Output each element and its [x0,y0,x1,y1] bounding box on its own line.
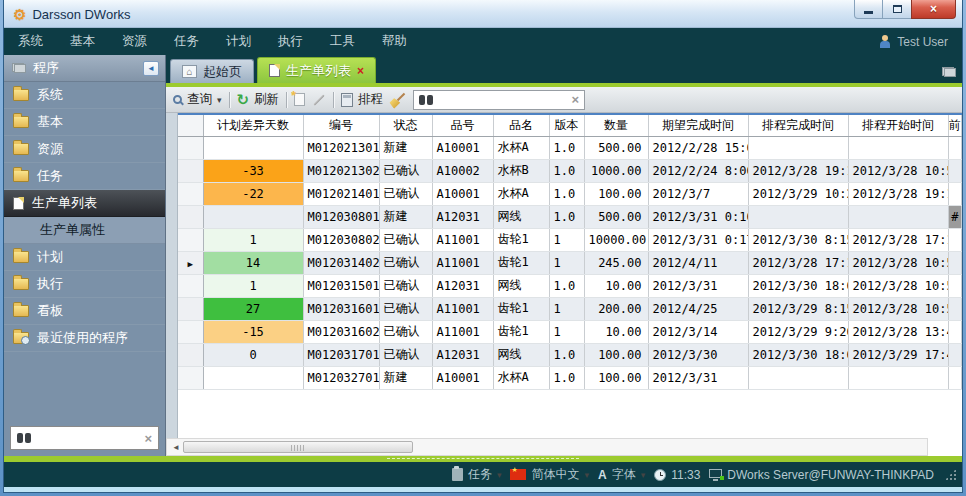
cell-order_no[interactable]: M012030802 [303,228,379,251]
table-row[interactable]: 1M012031501已确认A12031网线1.010.002012/3/312… [178,274,962,297]
scrollbar-thumb[interactable] [183,441,413,453]
cell-due[interactable]: 2012/4/11 [648,251,748,274]
cell-version[interactable]: 1.0 [549,366,584,389]
cell-status[interactable]: 已确认 [379,297,432,320]
tab-production-order-list[interactable]: 生产单列表 × [257,57,376,83]
table-row[interactable]: 1M012030802已确认A11001齿轮1110000.002012/3/3… [178,228,962,251]
cell-status[interactable]: 已确认 [379,182,432,205]
row-selector[interactable] [178,343,203,366]
cell-part_no[interactable]: A10001 [432,366,493,389]
cell-finish[interactable]: 2012/3/28 17:13 [748,251,848,274]
cell-order_no[interactable]: M012031602 [303,320,379,343]
row-selector[interactable] [178,159,203,182]
cell-order_no[interactable]: M012032701 [303,366,379,389]
table-row[interactable]: 0M012031701已确认A12031网线1.0100.002012/3/30… [178,343,962,366]
cell-part_name[interactable]: 水杯A [493,136,549,159]
clean-button[interactable] [390,92,406,107]
sidebar-collapse-button[interactable]: ◄ [143,61,159,76]
cell-diff[interactable]: -22 [203,182,303,205]
cell-qty[interactable]: 100.00 [584,182,648,205]
cell-part_name[interactable]: 网线 [493,274,549,297]
cell-diff[interactable]: -15 [203,320,303,343]
cell-part_name[interactable]: 齿轮1 [493,228,549,251]
row-selector[interactable] [178,136,203,159]
scroll-left-arrow-icon[interactable]: ◄ [169,443,183,452]
cell-status[interactable]: 已确认 [379,274,432,297]
cell-qty[interactable]: 500.00 [584,136,648,159]
cell-part_name[interactable]: 网线 [493,343,549,366]
cell-version[interactable]: 1.0 [549,159,584,182]
cell-diff[interactable]: 14 [203,251,303,274]
menu-item[interactable]: 系统 [18,33,43,50]
cell-finish[interactable]: 2012/3/29 8:15 [748,297,848,320]
menu-item[interactable]: 资源 [122,33,147,50]
tasks-menu[interactable]: 任务 ▾ [452,466,502,483]
cell-finish[interactable]: 2012/3/29 9:20 [748,320,848,343]
cell-marker[interactable] [948,136,962,159]
cell-version[interactable]: 1.0 [549,205,584,228]
cell-due[interactable]: 2012/3/14 [648,320,748,343]
table-row[interactable]: -15M012031602已确认A11001齿轮1110.002012/3/14… [178,320,962,343]
cell-version[interactable]: 1.0 [549,136,584,159]
cell-order_no[interactable]: M012021302 [303,159,379,182]
cell-qty[interactable]: 1000.00 [584,159,648,182]
cell-part_no[interactable]: A10002 [432,159,493,182]
cell-part_no[interactable]: A12031 [432,205,493,228]
toolbar-search-clear-icon[interactable]: × [572,92,580,107]
column-header[interactable]: 计划差异天数 [203,115,303,136]
cell-version[interactable]: 1 [549,228,584,251]
table-row[interactable]: M012030801新建A12031网线1.0500.002012/3/31 0… [178,205,962,228]
row-selector[interactable] [178,366,203,389]
cell-version[interactable]: 1 [549,320,584,343]
query-button[interactable]: 查询 ▾ [173,91,222,108]
cell-part_name[interactable]: 水杯A [493,366,549,389]
row-selector[interactable] [178,320,203,343]
sidebar-item[interactable]: 生产单属性 [4,217,165,244]
cell-due[interactable]: 2012/2/24 8:00 [648,159,748,182]
column-header[interactable]: 排程完成时间 [748,115,848,136]
cell-diff[interactable]: -33 [203,159,303,182]
table-row[interactable]: M012032701新建A10001水杯A1.0100.002012/3/31 [178,366,962,389]
table-row[interactable]: ▶14M012031402已确认A11001齿轮11245.002012/4/1… [178,251,962,274]
cell-order_no[interactable]: M012031701 [303,343,379,366]
row-selector[interactable] [178,182,203,205]
sidebar-search-input[interactable] [37,431,138,445]
sidebar-item[interactable]: 资源 [4,136,165,163]
cell-marker[interactable] [948,366,962,389]
cell-qty[interactable]: 10.00 [584,274,648,297]
cell-start[interactable]: 2012/3/28 19:10 [848,182,948,205]
cell-start[interactable]: 2012/3/28 10:52 [848,274,948,297]
cell-version[interactable]: 1.0 [549,274,584,297]
cell-due[interactable]: 2012/4/25 [648,297,748,320]
cell-diff[interactable]: 1 [203,274,303,297]
cell-diff[interactable] [203,205,303,228]
cell-part_name[interactable]: 齿轮1 [493,297,549,320]
cell-finish[interactable]: 2012/3/29 10:20 [748,182,848,205]
column-header[interactable]: 品号 [432,115,493,136]
sidebar-item[interactable]: 系统 [4,82,165,109]
cell-order_no[interactable]: M012031402 [303,251,379,274]
cell-diff[interactable]: 1 [203,228,303,251]
window-list-icon[interactable] [942,67,956,77]
restore-button[interactable] [883,0,911,19]
cell-start[interactable]: 2012/3/28 13:40 [848,320,948,343]
cell-finish[interactable] [748,205,848,228]
column-header[interactable]: 期望完成时间 [648,115,748,136]
menu-item[interactable]: 帮助 [382,33,407,50]
tab-close-icon[interactable]: × [357,64,364,78]
cell-marker[interactable] [948,343,962,366]
cell-status[interactable]: 已确认 [379,320,432,343]
close-button[interactable]: × [911,0,956,19]
cell-marker[interactable]: # [948,205,962,228]
cell-finish[interactable]: 2012/3/30 8:15 [748,228,848,251]
menu-item[interactable]: 任务 [174,33,199,50]
cell-order_no[interactable]: M012031501 [303,274,379,297]
cell-version[interactable]: 1 [549,251,584,274]
cell-part_no[interactable]: A10001 [432,136,493,159]
cell-version[interactable]: 1.0 [549,343,584,366]
cell-qty[interactable]: 500.00 [584,205,648,228]
cell-due[interactable]: 2012/2/28 15:00 [648,136,748,159]
sidebar-item[interactable]: 计划 [4,244,165,271]
language-menu[interactable]: 简体中文 ▾ [510,466,589,483]
cell-finish[interactable] [748,366,848,389]
